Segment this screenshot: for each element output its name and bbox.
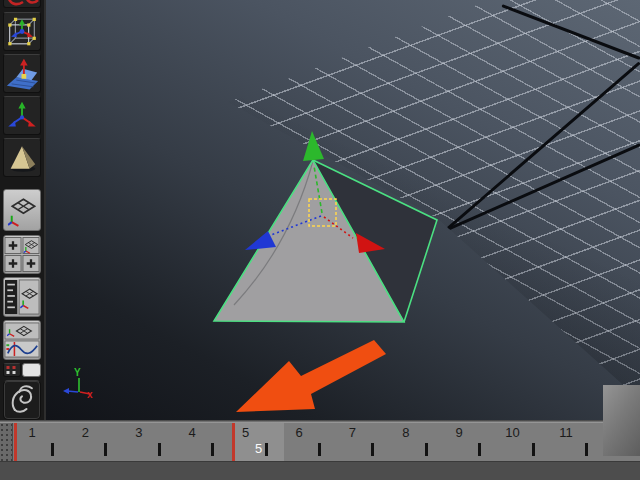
select-tool-partial-icon[interactable] <box>3 0 41 8</box>
frame-ruler: 1234567891011 <box>0 423 640 461</box>
frame-number: 11 <box>553 425 579 440</box>
frame-number: 4 <box>179 425 205 440</box>
tool-box <box>0 0 46 422</box>
timeline-corner-panel <box>603 385 640 456</box>
current-frame-label: 5 <box>233 441 284 456</box>
frame-tick <box>585 443 588 456</box>
frame-number: 7 <box>339 425 365 440</box>
frame-tick <box>158 443 161 456</box>
frame-tick <box>211 443 214 456</box>
frame-number: 6 <box>286 425 312 440</box>
frame-tick <box>104 443 107 456</box>
frame-tick <box>51 443 54 456</box>
range-slider-strip <box>0 461 640 480</box>
frame-number: 1 <box>19 425 45 440</box>
ground-grid-plane <box>46 0 640 421</box>
polygon-pyramid-icon[interactable] <box>3 138 41 177</box>
frame-number: 10 <box>500 425 526 440</box>
persp-graph-layout-icon[interactable] <box>3 320 41 360</box>
frame-number: 5 <box>233 425 259 440</box>
frame-number: 3 <box>126 425 152 440</box>
frame-tick <box>478 443 481 456</box>
frame-tick <box>532 443 535 456</box>
frame-number: 2 <box>72 425 98 440</box>
perspective-viewport[interactable] <box>46 0 640 421</box>
timeline-drag-handle[interactable] <box>0 423 13 461</box>
grid-axis-line <box>501 4 640 60</box>
paint-effects-dragon-icon[interactable] <box>3 380 41 420</box>
blank-layout-icon[interactable] <box>22 363 41 377</box>
hypergraph-layout-icon[interactable] <box>3 363 21 377</box>
grid-axis-line <box>435 62 640 240</box>
single-pane-layout-icon[interactable] <box>3 189 41 231</box>
frame-tick <box>318 443 321 456</box>
frame-number: 9 <box>446 425 472 440</box>
move-tool-icon[interactable] <box>3 96 41 135</box>
universal-manipulator-icon[interactable] <box>3 12 41 51</box>
frame-number: 8 <box>393 425 419 440</box>
keyframe-marker <box>14 423 17 461</box>
application-window: Y x 1234567891011 5 <box>0 0 640 480</box>
outliner-persp-layout-icon[interactable] <box>3 277 41 317</box>
soft-modification-icon[interactable] <box>3 54 41 93</box>
time-slider[interactable]: 1234567891011 5 <box>0 423 640 461</box>
frame-tick <box>371 443 374 456</box>
four-pane-layout-icon[interactable] <box>3 235 41 274</box>
frame-tick <box>425 443 428 456</box>
grid-axis-line <box>417 143 640 244</box>
